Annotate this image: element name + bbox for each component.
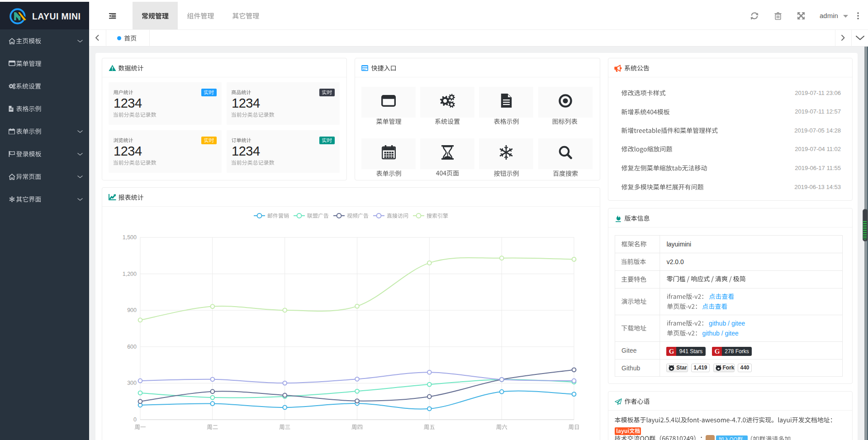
svg-text:300: 300 [127,380,137,386]
svg-text:0: 0 [133,416,137,423]
svg-text:1,500: 1,500 [123,234,137,241]
svg-text:1,200: 1,200 [123,271,137,277]
svg-text:600: 600 [127,344,137,350]
svg-text:900: 900 [127,307,137,313]
